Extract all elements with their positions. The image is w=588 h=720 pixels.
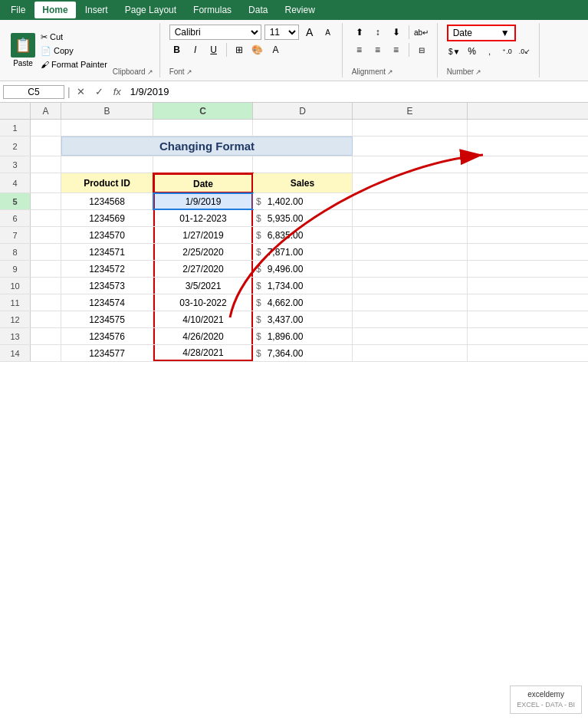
cell-e11[interactable] xyxy=(353,294,468,311)
title-cell[interactable]: Changing Format xyxy=(61,136,353,156)
cell-d8[interactable]: $7,871.00 xyxy=(253,244,353,260)
cell-c10[interactable]: 3/5/2021 xyxy=(153,278,253,294)
cell-d11[interactable]: $4,662.00 xyxy=(253,294,353,311)
decrease-decimal-btn[interactable]: .0↙ xyxy=(517,44,533,59)
cell-a12[interactable] xyxy=(31,311,61,327)
row-num-7[interactable]: 7 xyxy=(0,227,31,243)
cell-b9[interactable]: 1234572 xyxy=(61,261,153,277)
paste-button[interactable]: 📋 Paste xyxy=(11,33,35,67)
cell-d7[interactable]: $6,835.00 xyxy=(253,227,353,243)
cell-a10[interactable] xyxy=(31,278,61,294)
cell-b7[interactable]: 1234570 xyxy=(61,227,153,243)
font-expand-icon[interactable]: ↗ xyxy=(186,68,192,76)
cell-b3[interactable] xyxy=(61,156,153,173)
font-size-select[interactable]: 11 xyxy=(264,25,299,40)
decrease-font-btn[interactable]: A xyxy=(320,25,336,40)
cell-a2[interactable] xyxy=(31,136,61,156)
menu-home[interactable]: Home xyxy=(34,2,75,18)
merge-btn[interactable]: ⊟ xyxy=(414,42,429,58)
currency-btn[interactable]: $▼ xyxy=(447,44,462,59)
cell-b6[interactable]: 1234569 xyxy=(61,210,153,226)
cell-b1[interactable] xyxy=(61,120,153,136)
cell-d4[interactable]: Sales xyxy=(253,173,353,192)
menu-insert[interactable]: Insert xyxy=(77,2,116,18)
cell-b10[interactable]: 1234573 xyxy=(61,278,153,294)
cut-button[interactable]: ✂ Cut xyxy=(38,31,110,43)
align-middle-btn[interactable]: ↕ xyxy=(370,25,386,40)
cell-a11[interactable] xyxy=(31,294,61,311)
cell-c3[interactable] xyxy=(153,156,253,173)
cell-c7[interactable]: 1/27/2019 xyxy=(153,227,253,243)
cell-c11[interactable]: 03-10-2022 xyxy=(153,294,253,311)
wrap-text-btn[interactable]: ab↵ xyxy=(414,25,429,40)
confirm-formula-btn[interactable]: ✓ xyxy=(92,84,107,100)
cell-a4[interactable] xyxy=(31,173,61,192)
row-num-12[interactable]: 12 xyxy=(0,311,31,327)
cell-c5[interactable]: 1/9/2019 xyxy=(153,193,253,209)
row-num-11[interactable]: 11 xyxy=(0,294,31,311)
menu-data[interactable]: Data xyxy=(241,2,275,18)
cell-b14[interactable]: 1234577 xyxy=(61,345,153,361)
row-num-4[interactable]: 4 xyxy=(0,173,31,192)
cell-a14[interactable] xyxy=(31,345,61,361)
cell-d12[interactable]: $3,437.00 xyxy=(253,311,353,327)
col-header-e[interactable]: E xyxy=(353,103,468,119)
row-num-3[interactable]: 3 xyxy=(0,156,31,173)
increase-font-btn[interactable]: A xyxy=(302,25,317,40)
cell-d6[interactable]: $5,935.00 xyxy=(253,210,353,226)
col-header-c[interactable]: C xyxy=(153,103,253,119)
cell-d5[interactable]: $1,402.00 xyxy=(253,193,353,209)
format-painter-button[interactable]: 🖌 Format Painter xyxy=(38,59,110,70)
font-name-select[interactable]: Calibri xyxy=(169,25,261,40)
cell-d1[interactable] xyxy=(253,120,353,136)
align-expand-icon[interactable]: ↗ xyxy=(387,68,393,76)
cell-c14[interactable]: 4/28/2021 xyxy=(153,345,253,361)
cell-b13[interactable]: 1234576 xyxy=(61,328,153,344)
font-color-btn[interactable]: A xyxy=(268,42,284,58)
underline-button[interactable]: U xyxy=(206,42,222,58)
cell-b8[interactable]: 1234571 xyxy=(61,244,153,260)
cell-e1[interactable] xyxy=(353,120,468,136)
row-num-8[interactable]: 8 xyxy=(0,244,31,260)
row-num-5[interactable]: 5 xyxy=(0,193,31,209)
cell-e8[interactable] xyxy=(353,244,468,260)
cell-a3[interactable] xyxy=(31,156,61,173)
increase-decimal-btn[interactable]: ⁺.0 xyxy=(500,44,515,59)
cell-e7[interactable] xyxy=(353,227,468,243)
cell-c4[interactable]: Date xyxy=(153,173,253,192)
cell-e3[interactable] xyxy=(353,156,468,173)
cell-a13[interactable] xyxy=(31,328,61,344)
cell-a5[interactable] xyxy=(31,193,61,209)
row-num-2[interactable]: 2 xyxy=(0,136,31,156)
formula-input[interactable] xyxy=(127,85,585,98)
row-num-6[interactable]: 6 xyxy=(0,210,31,226)
cell-a6[interactable] xyxy=(31,210,61,226)
menu-review[interactable]: Review xyxy=(277,2,322,18)
align-center-btn[interactable]: ≡ xyxy=(370,42,386,58)
bold-button[interactable]: B xyxy=(169,42,185,58)
italic-button[interactable]: I xyxy=(188,42,203,58)
cell-c9[interactable]: 2/27/2020 xyxy=(153,261,253,277)
cell-d14[interactable]: $7,364.00 xyxy=(253,345,353,361)
cell-d9[interactable]: $9,496.00 xyxy=(253,261,353,277)
cell-reference-input[interactable] xyxy=(3,85,64,99)
cell-c12[interactable]: 4/10/2021 xyxy=(153,311,253,327)
cell-d3[interactable] xyxy=(253,156,353,173)
cell-e12[interactable] xyxy=(353,311,468,327)
copy-button[interactable]: 📄 Copy xyxy=(38,45,110,57)
cell-d10[interactable]: $1,734.00 xyxy=(253,278,353,294)
percent-btn[interactable]: % xyxy=(465,44,480,59)
align-left-btn[interactable]: ≡ xyxy=(352,42,367,58)
menu-formulas[interactable]: Formulas xyxy=(186,2,239,18)
cell-a9[interactable] xyxy=(31,261,61,277)
row-num-14[interactable]: 14 xyxy=(0,345,31,361)
row-num-1[interactable]: 1 xyxy=(0,120,31,136)
comma-btn[interactable]: , xyxy=(482,44,498,59)
row-num-10[interactable]: 10 xyxy=(0,278,31,294)
cell-a1[interactable] xyxy=(31,120,61,136)
cell-b4[interactable]: Product ID xyxy=(61,173,153,192)
number-expand-icon[interactable]: ↗ xyxy=(475,68,481,76)
col-header-b[interactable]: B xyxy=(61,103,153,119)
cell-e9[interactable] xyxy=(353,261,468,277)
menu-page-layout[interactable]: Page Layout xyxy=(117,2,184,18)
